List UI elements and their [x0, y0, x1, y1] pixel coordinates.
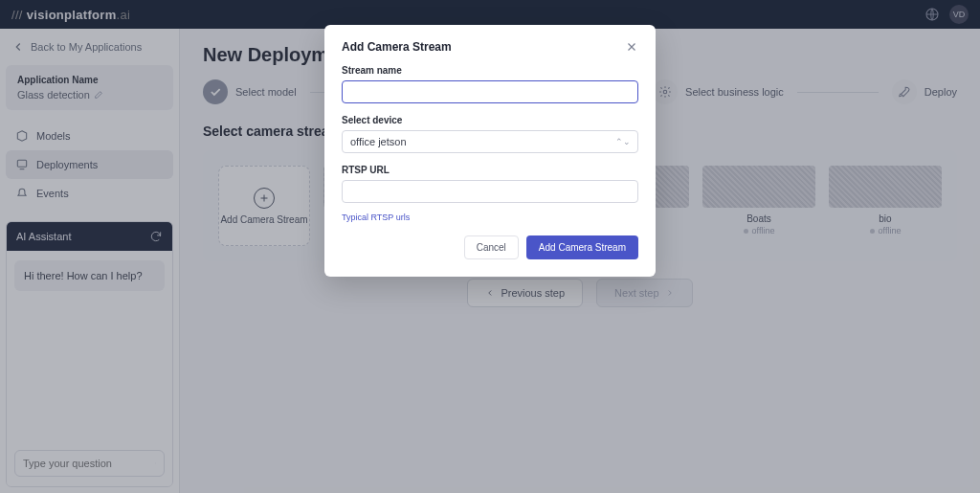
close-icon[interactable] — [625, 40, 638, 54]
device-label: Select device — [342, 115, 638, 125]
device-select[interactable] — [342, 130, 638, 153]
typical-rtsp-link[interactable]: Typical RTSP urls — [342, 213, 410, 222]
rtsp-url-label: RTSP URL — [342, 165, 638, 175]
add-camera-modal: Add Camera Stream Stream name Select dev… — [324, 25, 656, 277]
cancel-button[interactable]: Cancel — [464, 235, 519, 259]
stream-name-label: Stream name — [342, 65, 638, 76]
rtsp-url-input[interactable] — [342, 180, 638, 203]
add-camera-submit-button[interactable]: Add Camera Stream — [526, 235, 638, 259]
modal-title: Add Camera Stream — [342, 40, 452, 54]
stream-name-input[interactable] — [342, 80, 638, 103]
